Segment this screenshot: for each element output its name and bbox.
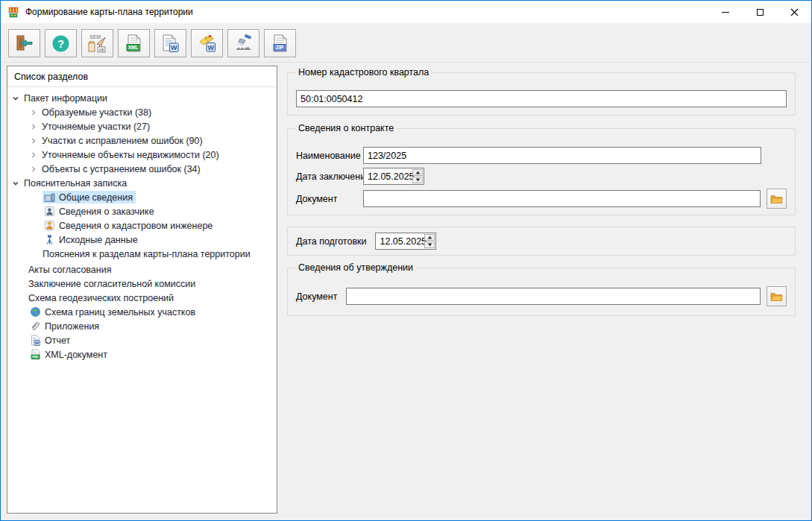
spin-up-button[interactable] xyxy=(424,234,435,241)
svg-text:XML: XML xyxy=(32,355,39,359)
engineer-person-icon xyxy=(44,220,55,231)
svg-text:ZIP: ZIP xyxy=(276,45,284,50)
contract-name-input[interactable] xyxy=(363,147,761,164)
zip-document-icon: ZIP xyxy=(270,34,290,54)
approval-group-title: Сведения об утверждении xyxy=(295,262,416,273)
exit-door-icon xyxy=(14,34,34,54)
xml-export-button[interactable]: XML xyxy=(118,29,150,57)
approval-document-input[interactable] xyxy=(346,288,761,305)
details-panel: Номер кадастрового квартала Сведения о к… xyxy=(287,66,796,521)
contract-date-label: Дата заключения xyxy=(296,171,363,182)
spin-down-button[interactable] xyxy=(424,241,435,248)
cadastral-quarter-input[interactable] xyxy=(296,90,787,107)
cadastral-quarter-group-title: Номер кадастрового квартала xyxy=(295,67,432,78)
help-question-icon: ? xyxy=(51,34,71,54)
chevron-right-icon[interactable] xyxy=(30,121,42,132)
word-document-icon: W xyxy=(160,34,180,54)
word-annex-button[interactable]: W xyxy=(191,29,223,57)
approval-document-label: Документ xyxy=(296,291,337,302)
title-bar: Формирование карты-плана территории xyxy=(1,1,811,23)
brush-clean-icon xyxy=(233,33,254,54)
open-folder-icon xyxy=(770,194,783,204)
minimize-icon xyxy=(722,12,729,13)
toolbar: ? SEM AB XML W xyxy=(1,23,811,63)
maximize-button[interactable] xyxy=(743,1,777,23)
svg-text:XML: XML xyxy=(128,45,139,50)
customer-person-icon xyxy=(44,206,55,217)
tree-item-uchastki-ispravlenie-oshibok[interactable]: Участки с исправлением ошибок (90) xyxy=(7,133,277,148)
spin-up-button[interactable] xyxy=(412,169,423,176)
tree-item-obekty-ustranenie-oshibok[interactable]: Объекты с устранением ошибок (34) xyxy=(7,162,277,176)
contract-document-browse-button[interactable] xyxy=(767,189,787,209)
exit-button[interactable] xyxy=(8,29,40,57)
svg-text:SEM: SEM xyxy=(89,34,101,40)
building-icon xyxy=(44,192,55,203)
spin-down-button[interactable] xyxy=(412,177,423,183)
tree-item-skhema-granits[interactable]: Схема границ земельных участков xyxy=(7,305,277,319)
maximize-icon xyxy=(757,9,764,16)
contract-name-label: Наименование xyxy=(296,151,363,161)
tree-item-utochnyaemye-uchastki[interactable]: Уточняемые участки (27) xyxy=(7,119,277,133)
help-button[interactable]: ? xyxy=(45,29,77,57)
tree-item-zaklyuchenie-komissii[interactable]: Заключение согласительной комиссии xyxy=(7,277,277,291)
contract-date-spinner[interactable]: 12.05.2025 xyxy=(363,168,424,185)
cadastral-quarter-group: Номер кадастрового квартала xyxy=(287,72,796,116)
app-icon xyxy=(7,6,19,18)
tree-item-poyasneniya-k-razdelam[interactable]: Пояснения к разделам карты-плана террито… xyxy=(7,247,277,261)
paperclip-icon xyxy=(30,321,41,332)
tree-item-utochnyaemye-obekty[interactable]: Уточняемые объекты недвижимости (20) xyxy=(7,148,277,162)
contract-document-input[interactable] xyxy=(363,190,761,207)
xml-document-icon: XML xyxy=(124,34,144,54)
preparation-date-spinner[interactable]: 12.05.2025 xyxy=(375,233,436,250)
open-folder-icon xyxy=(770,291,783,302)
window-title: Формирование карты-плана территории xyxy=(25,7,193,17)
tree-item-otchet[interactable]: W Отчет xyxy=(7,333,277,347)
globe-icon xyxy=(30,306,41,318)
chevron-right-icon[interactable] xyxy=(30,164,42,174)
sections-tree: Пакет информации Образуемые участки (38)… xyxy=(7,87,277,361)
contract-document-label: Документ xyxy=(296,194,363,204)
word-report-icon: W xyxy=(30,335,41,346)
tree-item-iskhodnye-dannye[interactable]: Исходные данные xyxy=(7,233,277,247)
sem-convert-icon: SEM AB xyxy=(86,33,108,54)
chevron-right-icon[interactable] xyxy=(30,150,42,160)
svg-text:W: W xyxy=(35,341,40,345)
sections-panel-title: Список разделов xyxy=(7,66,277,87)
survey-instrument-icon xyxy=(44,234,55,245)
tree-item-svedeniya-o-kadastrovom-inzhenere[interactable]: Сведения о кадастровом инженере xyxy=(7,218,277,233)
selected-tree-item: Общие сведения xyxy=(43,191,136,203)
sections-panel: Список разделов Пакет информации Образуе… xyxy=(7,66,277,514)
zip-export-button[interactable]: ZIP xyxy=(264,29,296,57)
tree-item-svedeniya-o-zakazchike[interactable]: Сведения о заказчике xyxy=(7,204,277,218)
minimize-button[interactable] xyxy=(708,1,743,23)
contract-group-title: Сведения о контракте xyxy=(295,123,397,133)
svg-text:?: ? xyxy=(57,37,64,50)
close-icon xyxy=(790,8,799,16)
preparation-date-label: Дата подготовки xyxy=(296,236,366,247)
svg-text:W: W xyxy=(207,44,214,51)
tree-item-poyasnitelnaya-zapiska[interactable]: Пояснительная записка xyxy=(7,176,277,190)
chevron-down-icon[interactable] xyxy=(12,178,24,189)
tree-item-obshchie-svedeniya[interactable]: Общие сведения xyxy=(7,190,277,204)
contract-date-value[interactable]: 12.05.2025 xyxy=(364,168,412,184)
tree-item-akty-soglasovaniya[interactable]: Акты согласования xyxy=(7,262,277,277)
close-button[interactable] xyxy=(777,1,811,23)
tree-item-paket-informacii[interactable]: Пакет информации xyxy=(7,91,277,105)
approval-document-browse-button[interactable] xyxy=(767,286,787,306)
chevron-right-icon[interactable] xyxy=(30,107,42,118)
preparation-date-value[interactable]: 12.05.2025 xyxy=(376,233,424,249)
chevron-right-icon[interactable] xyxy=(30,136,42,146)
tree-item-obrazuemye-uchastki[interactable]: Образуемые участки (38) xyxy=(7,105,277,119)
xml-file-icon: XML xyxy=(30,349,41,360)
tree-item-xml-dokument[interactable]: XML XML-документ xyxy=(7,347,277,361)
preparation-date-panel: Дата подготовки 12.05.2025 xyxy=(287,227,796,256)
tree-item-skhema-geodezicheskikh-postroeniy[interactable]: Схема геодезических построений xyxy=(7,291,277,305)
word-export-button[interactable]: W xyxy=(154,29,186,57)
svg-text:W: W xyxy=(171,44,177,51)
chevron-down-icon[interactable] xyxy=(12,93,24,104)
word-notes-icon: W xyxy=(197,33,218,54)
clear-button[interactable] xyxy=(227,29,259,57)
svg-text:AB: AB xyxy=(98,47,104,51)
sem-convert-button[interactable]: SEM AB xyxy=(81,29,113,57)
tree-item-prilozheniya[interactable]: Приложения xyxy=(7,319,277,333)
